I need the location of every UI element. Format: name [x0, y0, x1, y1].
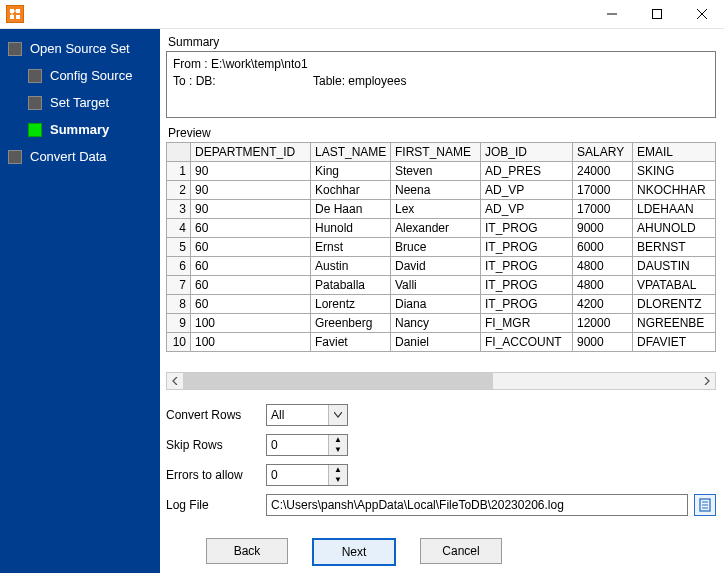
horizontal-scrollbar[interactable]: [166, 372, 716, 390]
table-cell[interactable]: 90: [191, 162, 311, 181]
table-cell[interactable]: Daniel: [391, 333, 481, 352]
table-row[interactable]: 9100GreenbergNancyFI_MGR12000NGREENBE: [167, 314, 716, 333]
column-header[interactable]: FIRST_NAME: [391, 143, 481, 162]
table-cell[interactable]: VPATABAL: [633, 276, 716, 295]
table-row[interactable]: 560ErnstBruceIT_PROG6000BERNST: [167, 238, 716, 257]
table-cell[interactable]: Diana: [391, 295, 481, 314]
table-cell[interactable]: IT_PROG: [481, 219, 573, 238]
table-cell[interactable]: Faviet: [311, 333, 391, 352]
table-cell[interactable]: IT_PROG: [481, 295, 573, 314]
table-row[interactable]: 660AustinDavidIT_PROG4800DAUSTIN: [167, 257, 716, 276]
table-row[interactable]: 10100FavietDanielFI_ACCOUNT9000DFAVIET: [167, 333, 716, 352]
table-row[interactable]: 290KochharNeenaAD_VP17000NKOCHHAR: [167, 181, 716, 200]
table-row[interactable]: 190KingStevenAD_PRES24000SKING: [167, 162, 716, 181]
table-cell[interactable]: Steven: [391, 162, 481, 181]
column-header[interactable]: JOB_ID: [481, 143, 573, 162]
table-cell[interactable]: 17000: [573, 200, 633, 219]
column-header[interactable]: EMAIL: [633, 143, 716, 162]
table-cell[interactable]: FI_MGR: [481, 314, 573, 333]
table-cell[interactable]: 6000: [573, 238, 633, 257]
table-cell[interactable]: Austin: [311, 257, 391, 276]
spin-up-icon[interactable]: ▲: [329, 435, 347, 445]
scroll-thumb[interactable]: [183, 373, 493, 389]
close-button[interactable]: [679, 0, 724, 28]
step-open-source-set[interactable]: Open Source Set: [0, 35, 160, 62]
table-cell[interactable]: AD_VP: [481, 181, 573, 200]
step-set-target[interactable]: Set Target: [0, 89, 160, 116]
step-summary[interactable]: Summary: [0, 116, 160, 143]
table-cell[interactable]: 4200: [573, 295, 633, 314]
table-cell[interactable]: Neena: [391, 181, 481, 200]
table-cell[interactable]: David: [391, 257, 481, 276]
table-cell[interactable]: 60: [191, 238, 311, 257]
table-cell[interactable]: FI_ACCOUNT: [481, 333, 573, 352]
table-cell[interactable]: DFAVIET: [633, 333, 716, 352]
table-cell[interactable]: BERNST: [633, 238, 716, 257]
spin-down-icon[interactable]: ▼: [329, 445, 347, 455]
cancel-button[interactable]: Cancel: [420, 538, 502, 564]
table-cell[interactable]: 9000: [573, 333, 633, 352]
scroll-left-icon[interactable]: [167, 373, 183, 389]
back-button[interactable]: Back: [206, 538, 288, 564]
table-cell[interactable]: Lex: [391, 200, 481, 219]
step-config-source[interactable]: Config Source: [0, 62, 160, 89]
table-cell[interactable]: IT_PROG: [481, 276, 573, 295]
spin-up-icon[interactable]: ▲: [329, 465, 347, 475]
scroll-right-icon[interactable]: [699, 373, 715, 389]
table-cell[interactable]: Bruce: [391, 238, 481, 257]
table-cell[interactable]: 60: [191, 295, 311, 314]
table-cell[interactable]: LDEHAAN: [633, 200, 716, 219]
table-cell[interactable]: IT_PROG: [481, 257, 573, 276]
table-cell[interactable]: AHUNOLD: [633, 219, 716, 238]
table-row[interactable]: 760PataballaValliIT_PROG4800VPATABAL: [167, 276, 716, 295]
table-row[interactable]: 390De HaanLexAD_VP17000LDEHAAN: [167, 200, 716, 219]
table-cell[interactable]: Ernst: [311, 238, 391, 257]
table-cell[interactable]: 4800: [573, 276, 633, 295]
maximize-button[interactable]: [634, 0, 679, 28]
table-cell[interactable]: DLORENTZ: [633, 295, 716, 314]
table-cell[interactable]: AD_PRES: [481, 162, 573, 181]
table-cell[interactable]: 60: [191, 257, 311, 276]
column-header[interactable]: DEPARTMENT_ID: [191, 143, 311, 162]
skip-rows-spinner[interactable]: 0 ▲ ▼: [266, 434, 348, 456]
table-cell[interactable]: 100: [191, 314, 311, 333]
table-cell[interactable]: Greenberg: [311, 314, 391, 333]
table-cell[interactable]: SKING: [633, 162, 716, 181]
table-cell[interactable]: Pataballa: [311, 276, 391, 295]
table-cell[interactable]: 90: [191, 200, 311, 219]
table-cell[interactable]: 60: [191, 219, 311, 238]
table-cell[interactable]: 24000: [573, 162, 633, 181]
table-cell[interactable]: AD_VP: [481, 200, 573, 219]
table-cell[interactable]: NKOCHHAR: [633, 181, 716, 200]
spin-down-icon[interactable]: ▼: [329, 475, 347, 485]
step-convert-data[interactable]: Convert Data: [0, 143, 160, 170]
table-cell[interactable]: 17000: [573, 181, 633, 200]
table-cell[interactable]: 60: [191, 276, 311, 295]
table-cell[interactable]: De Haan: [311, 200, 391, 219]
table-cell[interactable]: Lorentz: [311, 295, 391, 314]
table-cell[interactable]: 90: [191, 181, 311, 200]
table-cell[interactable]: NGREENBE: [633, 314, 716, 333]
errors-spinner[interactable]: 0 ▲ ▼: [266, 464, 348, 486]
browse-log-button[interactable]: [694, 494, 716, 516]
minimize-button[interactable]: [589, 0, 634, 28]
table-cell[interactable]: Valli: [391, 276, 481, 295]
table-cell[interactable]: Alexander: [391, 219, 481, 238]
table-cell[interactable]: Hunold: [311, 219, 391, 238]
column-header[interactable]: SALARY: [573, 143, 633, 162]
column-header[interactable]: LAST_NAME: [311, 143, 391, 162]
preview-table[interactable]: DEPARTMENT_IDLAST_NAMEFIRST_NAMEJOB_IDSA…: [166, 142, 716, 352]
table-cell[interactable]: 4800: [573, 257, 633, 276]
table-row[interactable]: 460HunoldAlexanderIT_PROG9000AHUNOLD: [167, 219, 716, 238]
table-cell[interactable]: King: [311, 162, 391, 181]
table-cell[interactable]: 9000: [573, 219, 633, 238]
convert-rows-combo[interactable]: All: [266, 404, 348, 426]
table-cell[interactable]: DAUSTIN: [633, 257, 716, 276]
next-button[interactable]: Next: [312, 538, 396, 566]
table-cell[interactable]: Nancy: [391, 314, 481, 333]
table-row[interactable]: 860LorentzDianaIT_PROG4200DLORENTZ: [167, 295, 716, 314]
table-cell[interactable]: 100: [191, 333, 311, 352]
table-cell[interactable]: 12000: [573, 314, 633, 333]
table-cell[interactable]: IT_PROG: [481, 238, 573, 257]
log-file-input[interactable]: C:\Users\pansh\AppData\Local\FileToDB\20…: [266, 494, 688, 516]
